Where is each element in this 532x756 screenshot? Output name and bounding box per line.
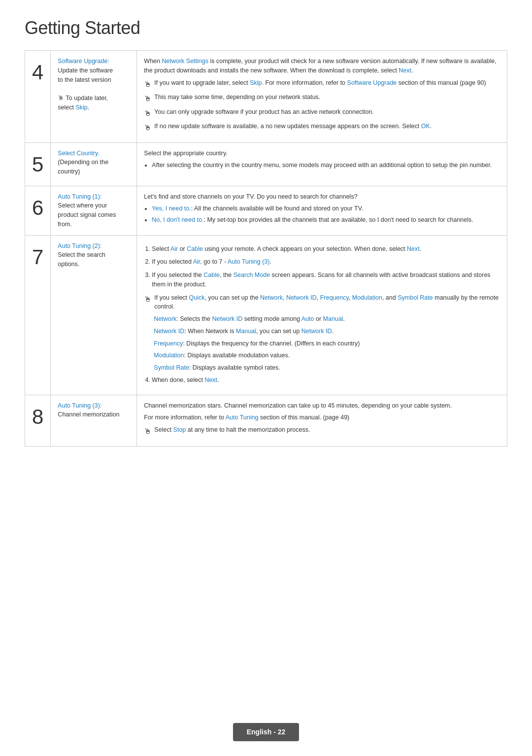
ok-link[interactable]: OK bbox=[421, 123, 430, 130]
step-label-8: Auto Tuning (3): Channel memorization bbox=[51, 395, 137, 446]
content-para: Network: Selects the Network ID setting … bbox=[154, 314, 500, 324]
list-item: When done, select Next. bbox=[152, 376, 500, 385]
label-text: (Depending on the bbox=[58, 159, 108, 166]
frequency-def-link[interactable]: Frequency bbox=[154, 340, 183, 347]
network-link[interactable]: Network bbox=[260, 294, 283, 301]
list-item: Yes, I need to.: All the channels availa… bbox=[152, 204, 500, 213]
label-text: to the latest version bbox=[58, 76, 111, 83]
skip-link[interactable]: Skip bbox=[250, 79, 262, 86]
note-line: 🖱 If you want to upgrade later, select S… bbox=[144, 78, 500, 90]
table-row: 5 Select Country. (Depending on the coun… bbox=[25, 142, 507, 186]
step-number-5: 5 bbox=[25, 142, 51, 186]
yes-link[interactable]: Yes, I need to. bbox=[152, 205, 191, 212]
next-link[interactable]: Next bbox=[407, 245, 420, 252]
step-number-6: 6 bbox=[25, 186, 51, 235]
auto-tuning-1-link[interactable]: Auto Tuning (1): bbox=[58, 193, 101, 200]
list-item: If you selected Air, go to 7 - Auto Tuni… bbox=[152, 257, 500, 267]
note-icon: 🖱 bbox=[144, 79, 151, 90]
label-text: Select the search bbox=[58, 251, 105, 258]
table-row: 4 Software Upgrade: Update the software … bbox=[25, 51, 507, 143]
note-text: You can only upgrade software if your pr… bbox=[154, 107, 374, 117]
search-mode-link[interactable]: Search Mode bbox=[233, 272, 270, 278]
content-para: Frequency: Displays the frequency for th… bbox=[154, 339, 500, 348]
note-icon: 🖱 bbox=[144, 294, 151, 305]
no-link[interactable]: No, I don't need to. bbox=[152, 216, 203, 223]
label-text: country) bbox=[58, 168, 80, 175]
stop-link[interactable]: Stop bbox=[173, 426, 186, 433]
step-number-8: 8 bbox=[25, 395, 51, 446]
cable-link2[interactable]: Cable bbox=[203, 272, 220, 278]
content-para: When Network Settings is complete, your … bbox=[144, 57, 500, 75]
note-icon: 🖱 bbox=[144, 426, 151, 437]
auto-tuning-3-link[interactable]: Auto Tuning (3): bbox=[58, 402, 101, 409]
page-title: Getting Started bbox=[25, 15, 507, 41]
table-row: 7 Auto Tuning (2): Select the search opt… bbox=[25, 235, 507, 395]
select-country-link[interactable]: Select Country. bbox=[58, 150, 100, 157]
note-line: 🖱 Select Stop at any time to halt the me… bbox=[144, 425, 500, 437]
frequency-link[interactable]: Frequency bbox=[320, 294, 349, 301]
next-link-1[interactable]: Next bbox=[399, 67, 411, 74]
air-link2[interactable]: Air bbox=[193, 258, 200, 265]
step-content-6: Let's find and store channels on your TV… bbox=[137, 186, 507, 235]
note-text: If you want to upgrade later, select Ski… bbox=[154, 78, 486, 88]
next-link-4[interactable]: Next bbox=[204, 377, 217, 383]
note-icon: 🖱 bbox=[144, 122, 151, 134]
network-id-setup-link[interactable]: Network ID bbox=[301, 328, 332, 335]
content-para: Let's find and store channels on your TV… bbox=[144, 192, 500, 202]
list-item: Select Air or Cable using your remote. A… bbox=[152, 244, 500, 254]
step-label-7: Auto Tuning (2): Select the search optio… bbox=[51, 235, 137, 395]
manual-link2[interactable]: Manual bbox=[236, 328, 256, 335]
content-para: For more information, refer to Auto Tuni… bbox=[144, 413, 500, 422]
modulation-link[interactable]: Modulation bbox=[352, 294, 382, 301]
note-line: 🖱 If you select Quick, you can set up th… bbox=[144, 293, 500, 312]
label-text: Update the software bbox=[58, 67, 113, 74]
note-icon: 🖱 bbox=[58, 95, 64, 102]
label-text: Channel memorization bbox=[58, 411, 119, 418]
symbol-rate-link[interactable]: Symbol Rate bbox=[398, 294, 433, 301]
air-link[interactable]: Air bbox=[170, 245, 178, 252]
label-text: Select where your bbox=[58, 202, 107, 209]
content-para: Channel memorization stars. Channel memo… bbox=[144, 401, 500, 411]
network-settings-link[interactable]: Network Settings bbox=[162, 58, 208, 65]
step-content-4: When Network Settings is complete, your … bbox=[137, 51, 507, 143]
auto-link[interactable]: Auto bbox=[301, 315, 314, 322]
auto-tuning-ref-link[interactable]: Auto Tuning bbox=[226, 414, 259, 421]
note-text: This may take some time, depending on yo… bbox=[154, 93, 320, 102]
note-line: 🖱 You can only upgrade software if your … bbox=[144, 107, 500, 119]
auto-tuning-2-link[interactable]: Auto Tuning (2): bbox=[58, 242, 101, 249]
label-text: from. bbox=[58, 221, 71, 228]
step-label-4: Software Upgrade: Update the software to… bbox=[51, 51, 137, 143]
symbol-rate-def-link[interactable]: Symbol Rate bbox=[154, 364, 189, 371]
network-id-link[interactable]: Network ID bbox=[286, 294, 317, 301]
footer-bar: English - 22 bbox=[0, 723, 532, 741]
software-upgrade-link[interactable]: Software Upgrade: bbox=[58, 58, 109, 65]
skip-link-label[interactable]: Skip bbox=[76, 104, 88, 111]
modulation-def-link[interactable]: Modulation bbox=[154, 352, 184, 359]
list-item: No, I don't need to.: My set-top box pro… bbox=[152, 215, 500, 225]
network-id-def2-link[interactable]: Network ID bbox=[154, 328, 184, 335]
step-content-7: Select Air or Cable using your remote. A… bbox=[137, 235, 507, 395]
indent-block: Network: Selects the Network ID setting … bbox=[154, 314, 500, 373]
content-para: Modulation: Displays available modulatio… bbox=[154, 351, 500, 360]
cable-link[interactable]: Cable bbox=[187, 245, 203, 252]
quick-link[interactable]: Quick bbox=[189, 294, 205, 301]
step-number-7: 7 bbox=[25, 235, 51, 395]
note-text: Select Stop at any time to halt the memo… bbox=[154, 425, 310, 435]
manual-link[interactable]: Manual bbox=[323, 315, 343, 322]
content-para: Select the appropriate country. bbox=[144, 149, 500, 158]
network-id-def-link[interactable]: Network ID bbox=[212, 315, 242, 322]
note-icon: 🖱 bbox=[144, 108, 151, 119]
step-label-6: Auto Tuning (1): Select where your produ… bbox=[51, 186, 137, 235]
step-number-4: 4 bbox=[25, 51, 51, 143]
auto-tuning-3-ref-link[interactable]: Auto Tuning (3) bbox=[228, 258, 269, 265]
table-row: 8 Auto Tuning (3): Channel memorization … bbox=[25, 395, 507, 446]
bullet-list: After selecting the country in the count… bbox=[152, 161, 500, 170]
bullet-list: Yes, I need to.: All the channels availa… bbox=[152, 204, 500, 225]
network-def-link[interactable]: Network bbox=[154, 315, 176, 322]
step-content-8: Channel memorization stars. Channel memo… bbox=[137, 395, 507, 446]
label-text: product signal comes bbox=[58, 211, 116, 218]
list-item: If you selected the Cable, the Search Mo… bbox=[152, 271, 500, 289]
note-line: 🖱 If no new update software is available… bbox=[144, 122, 500, 134]
ordered-list-cont: When done, select Next. bbox=[152, 376, 500, 385]
software-upgrade-ref-link[interactable]: Software Upgrade bbox=[347, 79, 397, 86]
